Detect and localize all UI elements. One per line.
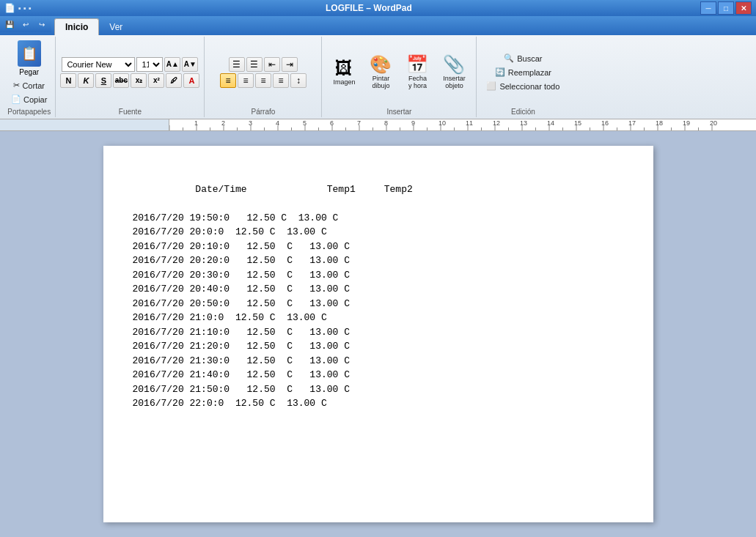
ribbon: 📋 Pegar ✂ Cortar 📄 Copiar Portapapeles (0, 35, 756, 119)
object-label: Insertarobjeto (443, 75, 466, 89)
minimize-button[interactable]: ─ (700, 1, 716, 15)
seleccionar-icon: ⬜ (486, 81, 496, 91)
app-window: 📄 ▪ ▪ ▪ LOGFILE – WordPad ─ □ ✕ 💾 ↩ ↪ In… (0, 0, 756, 537)
superscript-button[interactable]: x² (148, 73, 164, 88)
decrease-indent-btn[interactable]: ⇤ (264, 57, 280, 72)
copy-icon: 📄 (11, 95, 21, 104)
list-row: ☰ ☰ ⇤ ⇥ (229, 57, 298, 72)
italic-button[interactable]: K (78, 73, 94, 88)
paste-button[interactable]: 📋 Pegar (12, 38, 46, 78)
align-right-btn[interactable]: ≡ (255, 73, 271, 88)
insert-datetime-btn[interactable]: 📅 Fechay hora (400, 53, 435, 92)
close-button[interactable]: ✕ (735, 1, 752, 15)
size-selector[interactable]: 11 (136, 57, 163, 72)
doc-header: Date/Time Temp1 Temp2 (178, 184, 413, 195)
save-quick-btn[interactable]: 💾 (3, 18, 16, 30)
increase-indent-btn[interactable]: ⇥ (282, 57, 298, 72)
document-content[interactable]: Date/Time Temp1 Temp2 2016/7/20 19:50:0 … (133, 168, 624, 425)
parrafo-content: ☰ ☰ ⇤ ⇥ ≡ ≡ ≡ ≡ ↕ (220, 38, 307, 106)
undo-quick-btn[interactable]: ↩ (19, 18, 32, 30)
buscar-button[interactable]: 🔍 Buscar (499, 51, 547, 65)
edicion-content: 🔍 Buscar 🔄 Reemplazar ⬜ Seleccionar todo (481, 38, 565, 106)
datetime-label: Fechay hora (408, 75, 427, 89)
portapapeles-label: Portapapeles (7, 106, 51, 116)
parrafo-label: Párrafo (252, 106, 276, 116)
insert-items-row: 🖼 Imagen 🎨 Pintardibujo 📅 Fechay hora 📎 … (326, 53, 471, 92)
image-icon: 🖼 (335, 59, 353, 77)
edicion-label: Edición (511, 106, 535, 116)
align-row: ≡ ≡ ≡ ≡ ↕ (220, 73, 307, 88)
tab-inicio[interactable]: Inicio (54, 18, 99, 35)
underline-button[interactable]: S (95, 73, 111, 88)
insert-object-btn[interactable]: 📎 Insertarobjeto (436, 53, 471, 92)
font-increase-btn[interactable]: A▲ (164, 57, 180, 72)
copy-button[interactable]: 📄 Copiar (7, 93, 51, 105)
align-left-btn[interactable]: ≡ (220, 73, 236, 88)
paste-label: Pegar (19, 68, 39, 76)
fuente-content: Courier New 11 A▲ A▼ N K S abc x₂ x² 🖊 (60, 38, 199, 106)
app-icon: 📄 (4, 3, 15, 13)
window-title: LOGFILE – WordPad (37, 3, 700, 13)
ruler (0, 119, 756, 131)
quick-access-toolbar: 💾 ↩ ↪ (0, 16, 51, 32)
subscript-button[interactable]: x₂ (131, 73, 147, 88)
copy-row: 📄 Copiar (7, 93, 51, 105)
insertar-label: Insertar (386, 106, 411, 116)
paste-icon: 📋 (18, 40, 41, 67)
paint-icon: 🎨 (370, 56, 392, 73)
color-button[interactable]: A (183, 73, 199, 88)
format-row: N K S abc x₂ x² 🖊 A (60, 73, 199, 88)
redo-quick-btn[interactable]: ↪ (35, 18, 48, 30)
list-number-btn[interactable]: ☰ (246, 57, 263, 72)
font-selector[interactable]: Courier New (62, 57, 135, 72)
image-label: Imagen (333, 78, 355, 86)
highlight-button[interactable]: 🖊 (166, 73, 182, 88)
paint-label: Pintardibujo (372, 75, 389, 89)
font-decrease-btn[interactable]: A▼ (182, 57, 198, 72)
reemplazar-button[interactable]: 🔄 Reemplazar (490, 65, 557, 79)
seleccionar-button[interactable]: ⬜ Seleccionar todo (481, 79, 565, 93)
cut-copy-row: ✂ Cortar (10, 79, 48, 92)
ribbon-group-parrafo: ☰ ☰ ⇤ ⇥ ≡ ≡ ≡ ≡ ↕ Párrafo (205, 37, 322, 117)
main-area[interactable]: Date/Time Temp1 Temp2 2016/7/20 19:50:0 … (0, 131, 756, 537)
font-row: Courier New 11 A▲ A▼ (62, 57, 198, 72)
list-bullet-btn[interactable]: ☰ (229, 57, 245, 72)
cut-icon: ✂ (13, 81, 20, 90)
strikethrough-button[interactable]: abc (113, 73, 129, 88)
buscar-icon: 🔍 (504, 53, 514, 63)
tab-ver[interactable]: Ver (99, 19, 133, 35)
datetime-icon: 📅 (406, 56, 428, 73)
cut-button[interactable]: ✂ Cortar (10, 79, 48, 92)
object-icon: 📎 (443, 56, 465, 73)
doc-rows: 2016/7/20 19:50:0 12.50 C 13.00 C 2016/7… (133, 212, 350, 410)
ribbon-tabs: Inicio Ver (51, 16, 136, 35)
insert-paint-btn[interactable]: 🎨 Pintardibujo (363, 53, 398, 92)
reemplazar-icon: 🔄 (495, 67, 505, 77)
document-page[interactable]: Date/Time Temp1 Temp2 2016/7/20 19:50:0 … (103, 146, 653, 522)
ribbon-group-fuente: Courier New 11 A▲ A▼ N K S abc x₂ x² 🖊 (56, 37, 205, 117)
portapapeles-content: 📋 Pegar ✂ Cortar 📄 Copiar (7, 38, 51, 106)
ribbon-group-insertar: 🖼 Imagen 🎨 Pintardibujo 📅 Fechay hora 📎 … (322, 37, 477, 117)
ribbon-group-portapapeles: 📋 Pegar ✂ Cortar 📄 Copiar Portapapeles (3, 37, 56, 117)
line-spacing-btn[interactable]: ↕ (290, 73, 307, 88)
title-bar: 📄 ▪ ▪ ▪ LOGFILE – WordPad ─ □ ✕ (0, 0, 756, 16)
ruler-inner (169, 119, 756, 130)
window-controls: ─ □ ✕ (700, 1, 752, 15)
insert-image-btn[interactable]: 🖼 Imagen (326, 57, 362, 88)
align-center-btn[interactable]: ≡ (238, 73, 254, 88)
insertar-content: 🖼 Imagen 🎨 Pintardibujo 📅 Fechay hora 📎 … (326, 38, 471, 106)
bold-button[interactable]: N (60, 73, 76, 88)
ribbon-group-edicion: 🔍 Buscar 🔄 Reemplazar ⬜ Seleccionar todo… (477, 37, 569, 117)
align-justify-btn[interactable]: ≡ (273, 73, 289, 88)
fuente-label: Fuente (119, 106, 142, 116)
ruler-canvas (169, 119, 756, 131)
maximize-button[interactable]: □ (718, 1, 734, 15)
